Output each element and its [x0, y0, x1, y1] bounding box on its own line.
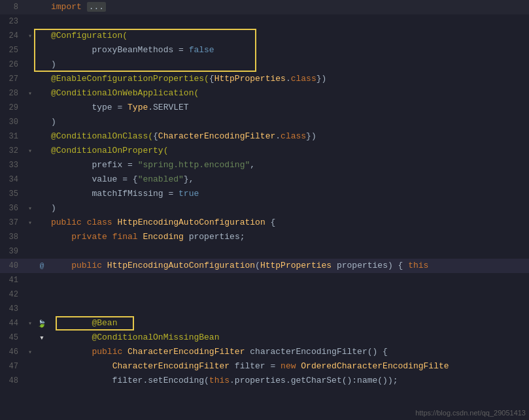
token: CharacterEncodingFilter	[128, 347, 245, 357]
code-line: 23	[0, 14, 529, 29]
token	[82, 218, 87, 227]
token: filter.setEncoding(	[51, 376, 209, 385]
token: class	[87, 218, 112, 227]
token: @ConditionalOnWebApplication(	[51, 88, 199, 98]
code-line: 41	[0, 273, 529, 287]
line-number: 36	[0, 204, 25, 213]
token: public	[92, 347, 122, 357]
gutter-icons: @	[35, 262, 48, 270]
token: new	[281, 361, 296, 371]
code-line: 40@ public HttpEncodingAutoConfiguration…	[0, 259, 529, 273]
token: private	[71, 232, 107, 242]
line-content: value = {"enabled"},	[48, 172, 524, 187]
token: ,	[250, 160, 255, 170]
token	[51, 361, 112, 371]
token: class	[291, 74, 316, 84]
code-line: 45▾ @ConditionalOnMissingBean	[0, 331, 529, 345]
line-content: public CharacterEncodingFilter character…	[48, 345, 524, 359]
code-line: 8import ...	[0, 0, 529, 14]
code-editor: 8import ...23 24▾@Configuration(25 proxy…	[0, 0, 529, 420]
token: "spring.http.encoding"	[138, 160, 250, 170]
token: @ConditionalOnMissingBean	[92, 332, 219, 342]
token: .SERVLET	[148, 103, 188, 112]
token	[51, 332, 92, 342]
token	[51, 261, 71, 270]
token	[51, 318, 92, 328]
line-number: 47	[0, 362, 25, 371]
line-content: import ...	[48, 0, 524, 14]
code-line: 24▾@Configuration(	[0, 29, 529, 43]
line-content: matchIfMissing = true	[48, 187, 524, 201]
fold-gutter[interactable]: ▾	[25, 147, 35, 155]
line-content: @ConditionalOnProperty(	[48, 144, 524, 158]
line-number: 43	[0, 304, 25, 314]
token: filter =	[230, 361, 281, 371]
fold-gutter[interactable]: ▾	[25, 219, 35, 227]
token: public	[51, 218, 82, 227]
token: ...	[87, 2, 106, 12]
line-content: )	[48, 57, 524, 72]
line-number: 37	[0, 218, 25, 227]
fold-gutter[interactable]: ▾	[25, 319, 35, 327]
line-content: proxyBeanMethods = false	[48, 43, 524, 57]
line-number: 31	[0, 132, 25, 141]
token: prefix =	[51, 160, 138, 170]
token: "enabled"	[138, 174, 184, 184]
code-line: 28▾@ConditionalOnWebApplication(	[0, 86, 529, 101]
code-line: 33 prefix = "spring.http.encoding",	[0, 158, 529, 172]
token: properties;	[184, 232, 245, 242]
line-number: 35	[0, 189, 25, 199]
token: type =	[51, 103, 128, 112]
line-number: 32	[0, 146, 25, 155]
line-number: 45	[0, 333, 25, 342]
token: @EnableConfigurationProperties(	[51, 74, 209, 84]
line-content: public HttpEncodingAutoConfiguration(Htt…	[48, 259, 524, 273]
line-content: @ConditionalOnClass({CharacterEncodingFi…	[48, 129, 524, 144]
line-number: 23	[0, 17, 25, 26]
fold-gutter[interactable]: ▾	[25, 348, 35, 356]
code-line: 48 filter.setEncoding(this.properties.ge…	[0, 374, 529, 388]
fold-gutter[interactable]: ▾	[25, 89, 35, 97]
line-content: @Configuration(	[48, 29, 524, 43]
line-number: 39	[0, 247, 25, 256]
line-content	[48, 302, 524, 316]
line-content: @EnableConfigurationProperties({HttpProp…	[48, 72, 524, 86]
token: {	[265, 218, 276, 227]
token: .properties.getCharSet():name());	[230, 376, 398, 385]
token: HttpEncodingAutoConfiguration	[107, 261, 255, 270]
line-content: @ConditionalOnMissingBean	[48, 331, 524, 345]
token: OrderedCharacterEncodingFilte	[301, 361, 449, 371]
token: final	[112, 232, 138, 242]
line-content: CharacterEncodingFilter filter = new Ord…	[48, 359, 524, 374]
token	[122, 347, 128, 357]
token: proxyBeanMethods =	[51, 45, 189, 55]
line-number: 44	[0, 319, 25, 328]
code-line: 26)	[0, 57, 529, 72]
token	[51, 347, 92, 357]
code-line: 38 private final Encoding properties;	[0, 230, 529, 244]
token: .	[275, 131, 281, 141]
token: false	[189, 45, 214, 55]
line-content	[48, 244, 524, 259]
line-content	[48, 14, 524, 29]
line-content: filter.setEncoding(this.properties.getCh…	[48, 374, 524, 388]
token: matchIfMissing =	[51, 189, 179, 199]
token: })	[316, 74, 327, 84]
token: import	[51, 2, 82, 12]
token: @Bean	[92, 318, 117, 328]
token: class	[281, 131, 306, 141]
token: HttpProperties	[260, 261, 332, 270]
line-content: )	[48, 201, 524, 216]
fold-gutter[interactable]: ▾	[25, 32, 35, 40]
line-content: @Bean	[48, 316, 524, 331]
fold-gutter[interactable]: ▾	[25, 204, 35, 212]
code-line: 46▾ public CharacterEncodingFilter chara…	[0, 345, 529, 359]
line-number: 27	[0, 74, 25, 84]
watermark: https://blog.csdn.net/qq_29051413	[415, 409, 526, 417]
token: HttpProperties	[214, 74, 286, 84]
line-number: 46	[0, 347, 25, 357]
token: )	[51, 203, 56, 213]
line-content: @ConditionalOnWebApplication(	[48, 86, 524, 101]
token: )	[51, 59, 56, 69]
token: .	[286, 74, 291, 84]
